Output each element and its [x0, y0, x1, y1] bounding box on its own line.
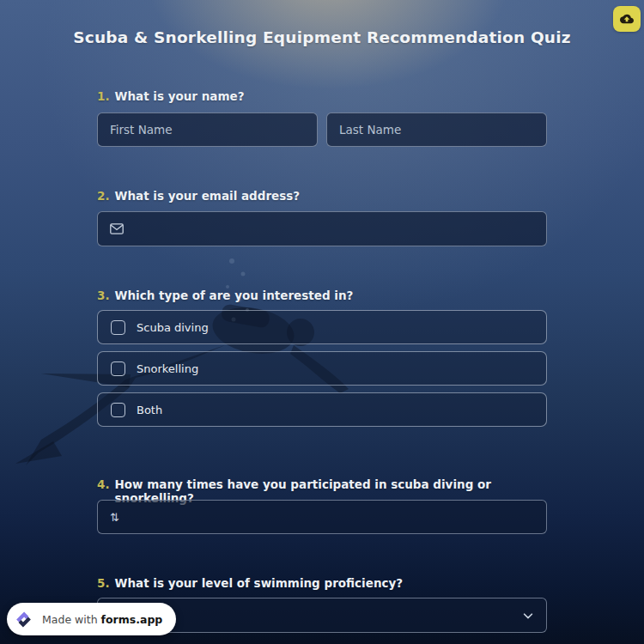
- question-1-label: 1. What is your name?: [97, 89, 547, 103]
- question-3-label: 3. Which type of are you interested in?: [97, 289, 547, 302]
- question-text: What is your level of swimming proficien…: [115, 576, 404, 590]
- number-input[interactable]: ⇅: [97, 500, 547, 534]
- question-number: 5.: [97, 576, 110, 590]
- formsapp-logo-icon: [12, 608, 35, 631]
- badge-text: Made with forms.app: [42, 613, 162, 626]
- checkbox-option-scuba-diving[interactable]: Scuba diving: [97, 310, 547, 344]
- checkbox[interactable]: [111, 361, 125, 376]
- last-name-input[interactable]: [326, 112, 547, 147]
- made-with-badge[interactable]: Made with forms.app: [7, 603, 176, 635]
- quiz-page: Scuba & Snorkelling Equipment Recommenda…: [0, 0, 644, 644]
- checkbox-option-both[interactable]: Both: [97, 392, 547, 427]
- email-input[interactable]: [97, 211, 547, 246]
- question-text: Which type of are you interested in?: [115, 289, 354, 302]
- up-down-arrows-icon: ⇅: [110, 512, 119, 523]
- question-2-label: 2. What is your email address?: [97, 189, 547, 203]
- checkbox[interactable]: [111, 320, 125, 335]
- brand-text: forms.app: [101, 613, 163, 626]
- question-number: 3.: [97, 289, 110, 302]
- first-name-input[interactable]: [97, 112, 318, 147]
- question-text: What is your email address?: [115, 189, 301, 203]
- option-label: Scuba diving: [137, 321, 209, 334]
- envelope-icon: [110, 223, 124, 234]
- question-number: 4.: [97, 477, 110, 491]
- checkbox[interactable]: [111, 403, 125, 417]
- question-number: 1.: [97, 89, 110, 103]
- save-button[interactable]: [613, 6, 641, 32]
- option-label: Both: [137, 404, 162, 416]
- question-text: What is your name?: [115, 89, 245, 103]
- checkbox-option-snorkelling[interactable]: Snorkelling: [97, 351, 547, 386]
- question-5-label: 5. What is your level of swimming profic…: [97, 576, 547, 590]
- page-title: Scuba & Snorkelling Equipment Recommenda…: [0, 28, 644, 46]
- chevron-down-icon: [522, 610, 534, 622]
- cloud-upload-icon: [620, 12, 634, 26]
- option-label: Snorkelling: [137, 362, 198, 375]
- question-number: 2.: [97, 189, 110, 203]
- made-with-text: Made with: [42, 613, 101, 626]
